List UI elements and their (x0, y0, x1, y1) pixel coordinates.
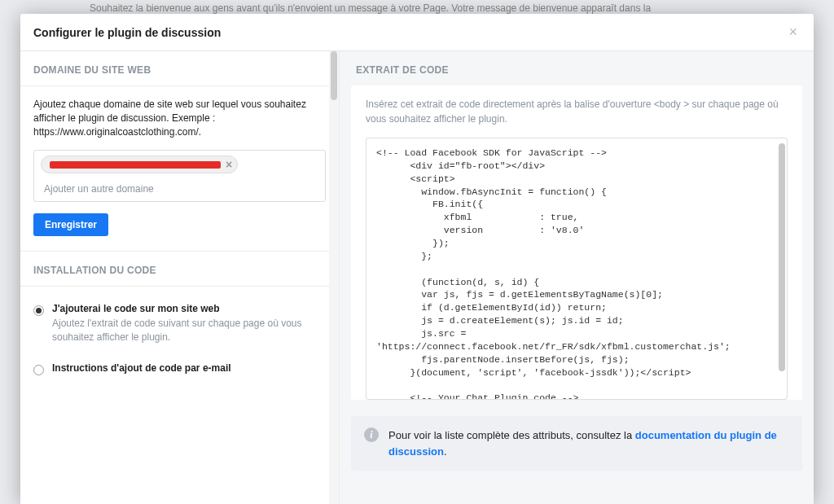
modal-header: Configurer le plugin de discussion × (20, 14, 814, 51)
code-section-header: EXTRAIT DE CODE (340, 51, 814, 85)
code-section-body: Insérez cet extrait de code directement … (351, 85, 802, 400)
domain-chip: × (41, 156, 238, 173)
close-icon[interactable]: × (785, 24, 801, 41)
info-text-suffix: . (444, 445, 447, 458)
save-button[interactable]: Enregistrer (33, 213, 108, 236)
radio-icon (33, 365, 44, 375)
domain-section-body: Ajoutez chaque domaine de site web sur l… (20, 86, 339, 252)
config-modal: Configurer le plugin de discussion × DOM… (20, 14, 814, 504)
modal-title: Configurer le plugin de discussion (33, 26, 221, 39)
radio-option-self[interactable]: J'ajouterai le code sur mon site web Ajo… (33, 298, 326, 349)
domain-placeholder: Ajouter un autre domaine (41, 178, 318, 196)
radio-label: J'ajouterai le code sur mon site web (52, 303, 326, 314)
domain-input[interactable]: × Ajouter un autre domaine (33, 150, 326, 202)
code-snippet-content: <!-- Load Facebook SDK for JavaScript --… (367, 138, 787, 400)
radio-sublabel: Ajoutez l'extrait de code suivant sur ch… (52, 317, 326, 344)
info-text-prefix: Pour voir la liste complète des attribut… (388, 429, 635, 441)
domain-chip-redacted (50, 161, 221, 169)
domain-section-header: DOMAINE DU SITE WEB (20, 51, 339, 86)
install-section-header: INSTALLATION DU CODE (20, 252, 339, 287)
radio-icon (33, 305, 44, 316)
left-column: DOMAINE DU SITE WEB Ajoutez chaque domai… (20, 51, 340, 504)
right-column: EXTRAIT DE CODE Insérez cet extrait de c… (340, 51, 814, 504)
code-snippet-box[interactable]: <!-- Load Facebook SDK for JavaScript --… (366, 138, 788, 400)
code-scrollbar-thumb[interactable] (779, 143, 785, 371)
domain-description: Ajoutez chaque domaine de site web sur l… (33, 98, 326, 138)
code-description: Insérez cet extrait de code directement … (366, 97, 788, 126)
radio-label: Instructions d'ajout de code par e-mail (52, 362, 231, 374)
radio-option-email[interactable]: Instructions d'ajout de code par e-mail (33, 357, 326, 380)
left-scrollbar[interactable] (329, 51, 339, 504)
info-box: i Pour voir la liste complète des attrib… (351, 416, 802, 471)
domain-chip-remove-icon[interactable]: × (226, 158, 232, 171)
modal-body: DOMAINE DU SITE WEB Ajoutez chaque domai… (20, 51, 814, 504)
info-icon: i (364, 427, 379, 442)
install-section-body: J'ajouterai le code sur mon site web Ajo… (20, 287, 339, 395)
info-text: Pour voir la liste complète des attribut… (388, 427, 789, 459)
left-scrollbar-thumb[interactable] (331, 51, 337, 100)
